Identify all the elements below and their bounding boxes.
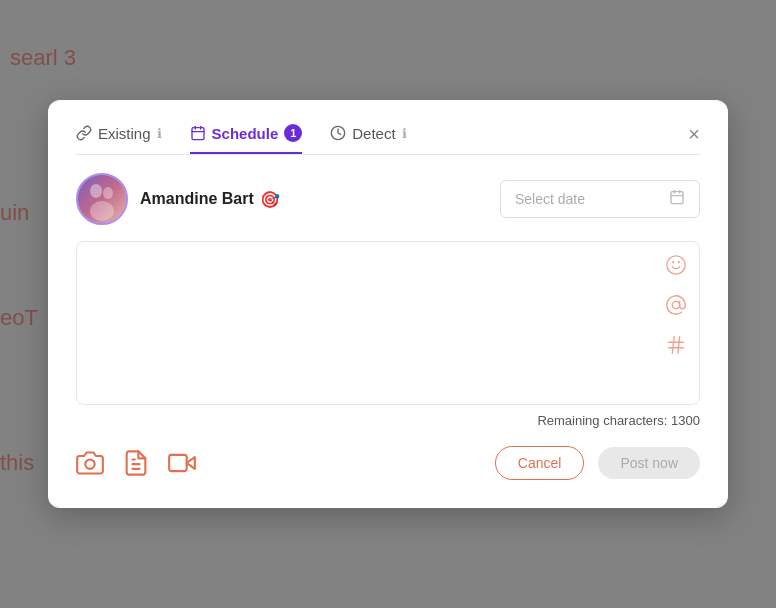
tab-existing-label: Existing xyxy=(98,125,151,142)
media-icons xyxy=(76,449,196,477)
detect-info-icon[interactable]: ℹ xyxy=(402,126,407,141)
svg-point-8 xyxy=(90,201,114,221)
schedule-badge: 1 xyxy=(284,124,302,142)
side-icons xyxy=(665,254,687,360)
post-textarea-wrapper xyxy=(76,241,700,405)
calendar-icon xyxy=(190,125,206,141)
svg-rect-9 xyxy=(671,192,683,204)
avatar-image xyxy=(78,175,126,223)
username-text: Amandine Bart xyxy=(140,190,254,208)
tab-schedule[interactable]: Schedule 1 xyxy=(190,124,303,154)
tab-detect-label: Detect xyxy=(352,125,395,142)
svg-line-19 xyxy=(672,337,674,354)
post-textarea[interactable] xyxy=(91,256,649,386)
tab-bar: Existing ℹ Schedule 1 xyxy=(76,124,407,154)
hashtag-icon[interactable] xyxy=(665,334,687,360)
action-buttons: Cancel Post now xyxy=(495,446,700,480)
user-info: Amandine Bart 🎯 xyxy=(76,173,280,225)
tab-existing[interactable]: Existing ℹ xyxy=(76,125,162,154)
svg-rect-26 xyxy=(169,455,187,471)
username-emoji: 🎯 xyxy=(260,190,280,209)
svg-point-21 xyxy=(85,460,94,469)
bottom-toolbar: Cancel Post now xyxy=(76,446,700,480)
file-upload-icon[interactable] xyxy=(122,449,150,477)
close-button[interactable]: × xyxy=(680,120,708,148)
tab-divider xyxy=(76,154,700,155)
svg-point-7 xyxy=(103,187,113,199)
clock-icon xyxy=(330,125,346,141)
avatar xyxy=(76,173,128,225)
tab-detect[interactable]: Detect ℹ xyxy=(330,125,406,154)
modal-header: Existing ℹ Schedule 1 xyxy=(76,124,700,154)
svg-point-6 xyxy=(90,184,102,198)
calendar-picker-icon xyxy=(669,189,685,209)
char-count: Remaining characters: 1300 xyxy=(76,413,700,428)
mention-icon[interactable] xyxy=(665,294,687,320)
tab-schedule-label: Schedule xyxy=(212,125,279,142)
username: Amandine Bart 🎯 xyxy=(140,190,280,209)
date-picker[interactable]: Select date xyxy=(500,180,700,218)
cancel-button[interactable]: Cancel xyxy=(495,446,585,480)
svg-line-20 xyxy=(678,337,680,354)
user-row: Amandine Bart 🎯 Select date xyxy=(76,173,700,225)
svg-point-16 xyxy=(672,301,679,308)
svg-point-13 xyxy=(667,256,685,274)
link-icon xyxy=(76,125,92,141)
modal-dialog: × Existing ℹ xyxy=(48,100,728,508)
date-picker-placeholder: Select date xyxy=(515,191,659,207)
photo-upload-icon[interactable] xyxy=(76,449,104,477)
svg-rect-0 xyxy=(192,128,204,140)
video-upload-icon[interactable] xyxy=(168,449,196,477)
existing-info-icon[interactable]: ℹ xyxy=(157,126,162,141)
post-now-button[interactable]: Post now xyxy=(598,447,700,479)
emoji-icon[interactable] xyxy=(665,254,687,280)
svg-marker-25 xyxy=(187,457,195,469)
